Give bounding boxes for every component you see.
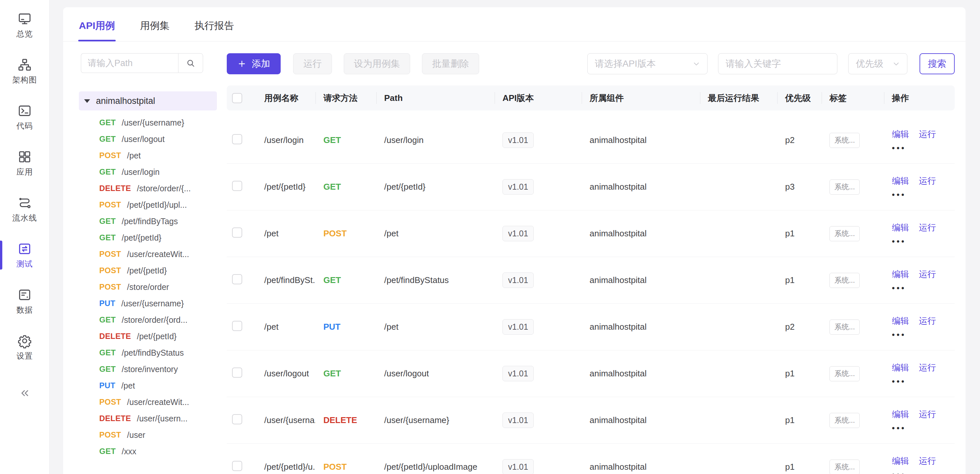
more-icon[interactable]: ••• bbox=[892, 471, 906, 474]
run-link[interactable]: 运行 bbox=[919, 222, 936, 233]
tree-item[interactable]: POST/user bbox=[79, 427, 217, 443]
action-links: 编辑运行 bbox=[892, 222, 946, 233]
component-cell: animalhostpital bbox=[582, 415, 700, 425]
sidebar-item-code[interactable]: 代码 bbox=[0, 94, 49, 140]
tree-item[interactable]: GET/xxx bbox=[79, 443, 217, 460]
tree-item[interactable]: PUT/pet bbox=[79, 377, 217, 394]
row-checkbox[interactable] bbox=[232, 181, 242, 191]
row-checkbox[interactable] bbox=[232, 367, 242, 378]
api-version-cell: v1.01 bbox=[495, 226, 582, 241]
priority-cell: p3 bbox=[777, 182, 822, 192]
sidebar-collapse-button[interactable] bbox=[0, 370, 49, 416]
set-suite-button[interactable]: 设为用例集 bbox=[344, 53, 410, 74]
row-checkbox[interactable] bbox=[232, 414, 242, 425]
row-checkbox[interactable] bbox=[232, 227, 242, 238]
sidebar-item-pipeline[interactable]: 流水线 bbox=[0, 186, 49, 232]
tree-item[interactable]: GET/user/logout bbox=[79, 131, 217, 147]
actions-cell: 编辑运行••• bbox=[884, 362, 955, 385]
edit-link[interactable]: 编辑 bbox=[892, 269, 909, 280]
edit-link[interactable]: 编辑 bbox=[892, 222, 909, 233]
search-icon bbox=[185, 58, 196, 68]
add-button[interactable]: 添加 bbox=[227, 53, 281, 74]
run-link[interactable]: 运行 bbox=[919, 129, 936, 140]
sidebar-item-overview[interactable]: 总览 bbox=[0, 2, 49, 48]
edit-link[interactable]: 编辑 bbox=[892, 455, 909, 467]
tree-item[interactable]: DELETE/pet/{petId} bbox=[79, 328, 217, 345]
keyword-input[interactable] bbox=[718, 53, 837, 74]
tree-item[interactable]: DELETE/user/{usern... bbox=[79, 410, 217, 427]
more-icon[interactable]: ••• bbox=[892, 331, 906, 339]
action-links: 编辑运行 bbox=[892, 455, 946, 467]
select-all-checkbox[interactable] bbox=[232, 93, 242, 103]
tree-item[interactable]: POST/pet/{petId} bbox=[79, 262, 217, 279]
priority-select[interactable]: 优先级 bbox=[848, 53, 907, 74]
method-label: DELETE bbox=[99, 414, 131, 423]
edit-link[interactable]: 编辑 bbox=[892, 315, 909, 327]
search-button[interactable]: 搜索 bbox=[920, 53, 955, 74]
path-cell: /user/login bbox=[376, 135, 495, 145]
row-checkbox[interactable] bbox=[232, 461, 242, 471]
api-version-select[interactable]: 请选择API版本 bbox=[587, 53, 708, 74]
tree-item[interactable]: GET/user/{username} bbox=[79, 115, 217, 131]
tree-item[interactable]: GET/pet/findByStatus bbox=[79, 345, 217, 361]
run-link[interactable]: 运行 bbox=[919, 362, 936, 374]
component-cell: animalhostpital bbox=[582, 229, 700, 239]
row-checkbox[interactable] bbox=[232, 134, 242, 144]
tree-item[interactable]: GET/pet/{petId} bbox=[79, 229, 217, 246]
tree-item[interactable]: DELETE/store/order/{... bbox=[79, 180, 217, 197]
tree-item[interactable]: POST/pet bbox=[79, 147, 217, 164]
edit-link[interactable]: 编辑 bbox=[892, 129, 909, 140]
more-icon[interactable]: ••• bbox=[892, 144, 906, 152]
more-icon[interactable]: ••• bbox=[892, 377, 906, 385]
run-link[interactable]: 运行 bbox=[919, 269, 936, 280]
run-button[interactable]: 运行 bbox=[293, 53, 332, 74]
tree-item[interactable]: POST/user/createWit... bbox=[79, 394, 217, 410]
endpoint-path: /user/createWit... bbox=[127, 250, 189, 259]
edit-link[interactable]: 编辑 bbox=[892, 175, 909, 187]
tab-case-suites[interactable]: 用例集 bbox=[140, 19, 170, 41]
run-link[interactable]: 运行 bbox=[919, 315, 936, 327]
method-cell: POST bbox=[315, 229, 376, 239]
tree-item[interactable]: POST/store/order bbox=[79, 279, 217, 295]
more-icon[interactable]: ••• bbox=[892, 284, 906, 292]
sidebar-item-apps[interactable]: 应用 bbox=[0, 140, 49, 186]
api-version-placeholder: 请选择API版本 bbox=[595, 57, 655, 70]
path-search-button[interactable] bbox=[178, 53, 203, 73]
api-version-cell: v1.01 bbox=[495, 319, 582, 335]
table-header: 用例名称 请求方法 Path API版本 所属组件 最后运行结果 优先级 标签 … bbox=[227, 86, 955, 110]
sidebar-item-test[interactable]: 测试 bbox=[0, 232, 49, 278]
tree-item[interactable]: POST/pet/{petId}/upl... bbox=[79, 197, 217, 213]
method-label: GET bbox=[99, 447, 116, 456]
tab-api-cases[interactable]: API用例 bbox=[79, 19, 115, 41]
tree-item[interactable]: GET/store/inventory bbox=[79, 361, 217, 377]
batch-delete-button[interactable]: 批量删除 bbox=[422, 53, 479, 74]
tag-badge: 系统... bbox=[829, 273, 860, 288]
more-icon[interactable]: ••• bbox=[892, 237, 906, 245]
tag-cell: 系统... bbox=[822, 460, 884, 474]
priority-cell: p2 bbox=[777, 322, 822, 332]
tree-item[interactable]: POST/user/createWit... bbox=[79, 246, 217, 262]
more-icon[interactable]: ••• bbox=[892, 191, 906, 199]
run-link[interactable]: 运行 bbox=[919, 175, 936, 187]
tree-group-animalhostpital[interactable]: animalhostpital bbox=[79, 91, 217, 110]
more-icon[interactable]: ••• bbox=[892, 424, 906, 432]
row-checkbox[interactable] bbox=[232, 321, 242, 331]
sidebar-item-architecture[interactable]: 架构图 bbox=[0, 48, 49, 94]
path-search-input[interactable] bbox=[81, 53, 178, 73]
component-cell: animalhostpital bbox=[582, 369, 700, 379]
sidebar-item-data[interactable]: 数据 bbox=[0, 278, 49, 324]
tree-item[interactable]: GET/user/login bbox=[79, 164, 217, 180]
row-checkbox-cell bbox=[227, 134, 256, 146]
edit-link[interactable]: 编辑 bbox=[892, 362, 909, 374]
run-link[interactable]: 运行 bbox=[919, 409, 936, 420]
row-checkbox[interactable] bbox=[232, 274, 242, 284]
tree-item[interactable]: PUT/user/{username} bbox=[79, 295, 217, 312]
edit-link[interactable]: 编辑 bbox=[892, 409, 909, 420]
endpoint-path: /pet/findByTags bbox=[122, 216, 178, 226]
tree-item[interactable]: GET/store/order/{ord... bbox=[79, 312, 217, 328]
tree-item[interactable]: GET/pet/findByTags bbox=[79, 213, 217, 229]
run-link[interactable]: 运行 bbox=[919, 455, 936, 467]
tab-run-reports[interactable]: 执行报告 bbox=[194, 19, 234, 41]
sidebar-item-settings[interactable]: 设置 bbox=[0, 324, 49, 370]
path-cell: /pet bbox=[376, 322, 495, 332]
